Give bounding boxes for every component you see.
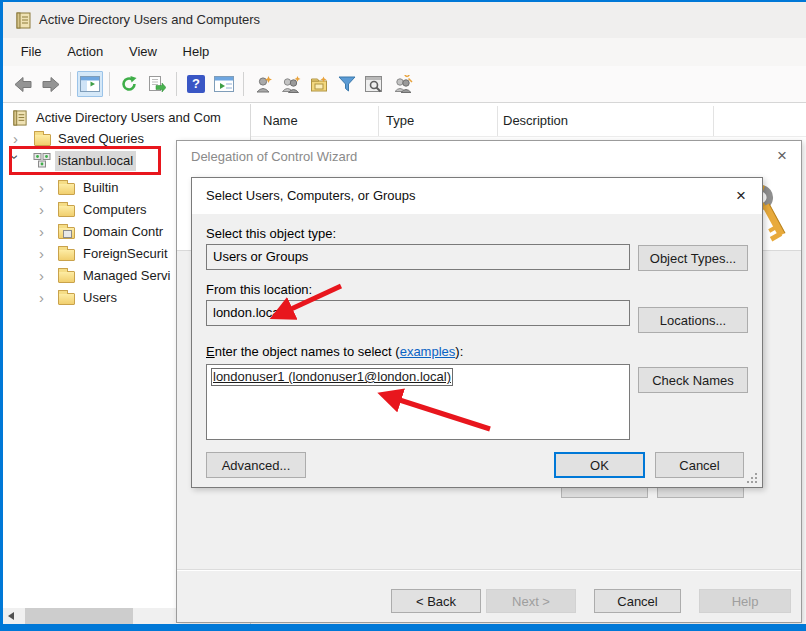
back-arrow-icon: [14, 77, 32, 92]
export-list-button[interactable]: [144, 71, 170, 97]
accel-letter: E: [206, 344, 215, 359]
object-type-field[interactable]: Users or Groups: [206, 244, 630, 270]
dialog-cancel-button[interactable]: Cancel: [655, 452, 744, 478]
column-header-description[interactable]: Description: [503, 113, 568, 128]
select-dialog-titlebar: Select Users, Computers, or Groups ×: [192, 178, 762, 214]
check-names-button[interactable]: Check Names: [638, 367, 748, 393]
examples-link[interactable]: examples: [400, 344, 456, 359]
help-button[interactable]: ?: [183, 71, 209, 97]
chevron-right-icon[interactable]: ›: [39, 266, 51, 285]
annotation-red-box-istanbul: [9, 146, 161, 175]
tree-item-users[interactable]: › Users: [3, 288, 20, 308]
folder-icon: [58, 271, 75, 283]
app-icon: [15, 12, 32, 29]
new-group-button[interactable]: [278, 71, 304, 97]
back-button[interactable]: [10, 71, 36, 97]
horizontal-scrollbar[interactable]: [3, 608, 176, 624]
chevron-right-icon[interactable]: ›: [39, 200, 51, 219]
menu-help[interactable]: Help: [172, 38, 221, 66]
show-window-icon: [214, 76, 234, 92]
wizard-cancel-button[interactable]: Cancel: [594, 589, 681, 613]
chevron-right-icon[interactable]: ›: [39, 288, 51, 307]
wizard-button-separator: [177, 569, 801, 571]
console-tree-icon: [80, 76, 100, 92]
wizard-title: Delegation of Control Wizard: [191, 149, 357, 164]
delegate-control-icon: [393, 75, 413, 93]
aduc-window: Active Directory Users and Computers Fil…: [0, 0, 806, 631]
advanced-button[interactable]: Advanced...: [206, 452, 306, 478]
tree-item-managed-service[interactable]: › Managed Servi: [3, 266, 20, 286]
folder-icon: [58, 205, 75, 217]
label-text: nter the object names to select (: [215, 344, 400, 359]
toolbar-separator: [70, 72, 71, 96]
label-suffix: ):: [455, 344, 463, 359]
chevron-right-icon[interactable]: ›: [39, 178, 51, 197]
tree-item-domain-controllers[interactable]: › Domain Contr: [3, 222, 20, 242]
refresh-button[interactable]: [116, 71, 142, 97]
locations-button[interactable]: Locations...: [638, 307, 748, 333]
scrollbar-thumb[interactable]: [25, 608, 133, 624]
toolbar-separator: [243, 72, 244, 96]
toolbar-separator: [109, 72, 110, 96]
menubar: File Action View Help: [3, 38, 806, 66]
filter-icon: [338, 76, 356, 92]
forward-button[interactable]: [38, 71, 64, 97]
scroll-left-icon[interactable]: [8, 612, 14, 620]
tree-item-computers[interactable]: › Computers: [3, 200, 20, 220]
new-user-icon: [254, 75, 273, 93]
new-user-button[interactable]: [250, 71, 276, 97]
window-border-left: [0, 0, 3, 631]
refresh-icon: [120, 75, 138, 93]
next-button: Next >: [486, 589, 576, 613]
tree-item-label: Users: [83, 288, 117, 308]
folder-icon: [34, 134, 51, 146]
object-type-label: Select this object type:: [206, 226, 336, 241]
show-window-button[interactable]: [211, 71, 237, 97]
help-icon: ?: [187, 75, 205, 93]
close-icon[interactable]: ×: [736, 186, 746, 206]
console-root-icon: [12, 110, 28, 126]
folder-icon: [58, 293, 75, 305]
chevron-right-icon[interactable]: ›: [39, 244, 51, 263]
domain-controllers-folder-icon: [58, 227, 75, 239]
column-header-type[interactable]: Type: [386, 113, 414, 128]
folder-icon: [58, 183, 75, 195]
new-group-icon: [281, 75, 301, 93]
object-names-label: Enter the object names to select (exampl…: [206, 344, 463, 359]
tree-item-builtin[interactable]: › Builtin: [3, 178, 20, 198]
tree-item-label: ForeignSecurit: [83, 244, 168, 264]
toolbar: ?: [3, 66, 806, 103]
filter-button[interactable]: [334, 71, 360, 97]
tree-item-label: Active Directory Users and Com: [36, 108, 221, 128]
object-names-input[interactable]: londonuser1 (londonuser1@london.local): [206, 364, 630, 440]
location-label: From this location:: [206, 282, 312, 297]
wizard-close-icon[interactable]: ×: [777, 146, 787, 166]
show-console-tree-button[interactable]: [77, 71, 103, 97]
tree-item-label: Domain Contr: [83, 222, 163, 242]
tree-item-foreign-security[interactable]: › ForeignSecurit: [3, 244, 20, 264]
tree-item-label: Builtin: [83, 178, 118, 198]
location-field[interactable]: london.local: [206, 300, 630, 326]
wizard-titlebar: Delegation of Control Wizard ×: [177, 141, 801, 173]
export-list-icon: [148, 76, 166, 93]
resize-grip[interactable]: [747, 473, 758, 484]
menu-view[interactable]: View: [118, 38, 168, 66]
titlebar: Active Directory Users and Computers: [3, 2, 806, 38]
menu-file[interactable]: File: [10, 38, 53, 66]
window-border-top: [0, 0, 806, 2]
back-button[interactable]: < Back: [391, 589, 481, 613]
menu-action[interactable]: Action: [56, 38, 114, 66]
find-objects-button[interactable]: [362, 71, 388, 97]
new-ou-icon: [310, 76, 329, 93]
find-objects-icon: [365, 76, 385, 93]
object-types-button[interactable]: Object Types...: [638, 245, 748, 271]
wizard-help-button: Help: [699, 589, 791, 613]
chevron-right-icon[interactable]: ›: [39, 222, 51, 241]
tree-item-label: Computers: [83, 200, 147, 220]
delegate-control-button[interactable]: [390, 71, 416, 97]
new-organizational-unit-button[interactable]: [306, 71, 332, 97]
select-dialog-title: Select Users, Computers, or Groups: [206, 188, 416, 203]
column-header-name[interactable]: Name: [263, 113, 298, 128]
ok-button[interactable]: OK: [554, 452, 645, 478]
toolbar-separator: [176, 72, 177, 96]
